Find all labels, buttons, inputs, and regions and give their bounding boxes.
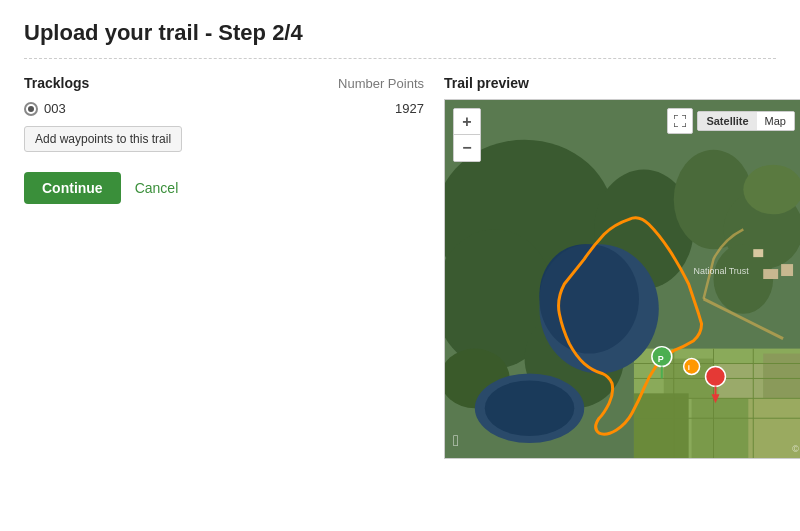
map-type-controls: Satellite Map [667, 108, 795, 134]
svg-point-37 [706, 367, 726, 387]
map-copyright: © [792, 444, 799, 454]
map-type-buttons: Satellite Map [697, 111, 795, 131]
tracklog-row: 003 1927 [24, 101, 424, 116]
zoom-in-button[interactable]: + [454, 109, 480, 135]
tracklogs-header: Tracklogs Number Points [24, 75, 424, 91]
map-container: National Trust P i + [444, 99, 800, 459]
tracklog-name: 003 [44, 101, 66, 116]
continue-button[interactable]: Continue [24, 172, 121, 204]
trail-preview-label: Trail preview [444, 75, 800, 91]
map-button[interactable]: Map [757, 112, 794, 130]
fullscreen-button[interactable] [667, 108, 693, 134]
svg-rect-31 [753, 249, 763, 257]
svg-rect-5 [634, 393, 689, 458]
zoom-out-button[interactable]: − [454, 135, 480, 161]
tracklogs-label: Tracklogs [24, 75, 89, 91]
map-svg: National Trust P i [445, 100, 800, 458]
left-panel: Tracklogs Number Points 003 1927 Add way… [24, 75, 424, 459]
svg-rect-4 [763, 354, 800, 399]
action-buttons: Continue Cancel [24, 172, 424, 204]
cancel-link[interactable]: Cancel [135, 180, 179, 196]
svg-point-28 [485, 380, 575, 436]
satellite-button[interactable]: Satellite [698, 112, 756, 130]
add-waypoints-button[interactable]: Add waypoints to this trail [24, 126, 182, 152]
svg-rect-30 [781, 264, 793, 276]
svg-text:i: i [688, 363, 690, 372]
zoom-controls: + − [453, 108, 481, 162]
number-points-label: Number Points [338, 76, 424, 91]
apple-logo:  [453, 432, 459, 450]
radio-input[interactable] [24, 102, 38, 116]
svg-rect-6 [692, 398, 752, 458]
svg-point-35 [684, 359, 700, 375]
page-title: Upload your trail - Step 2/4 [24, 20, 776, 46]
content-area: Tracklogs Number Points 003 1927 Add way… [24, 75, 776, 459]
svg-rect-29 [763, 269, 778, 279]
tracklog-name-area: 003 [24, 101, 66, 116]
divider [24, 58, 776, 59]
svg-text:P: P [658, 354, 664, 364]
svg-text:National Trust: National Trust [694, 266, 750, 276]
right-panel: Trail preview [444, 75, 800, 459]
fullscreen-icon [674, 115, 686, 127]
svg-point-26 [539, 244, 638, 353]
tracklog-points: 1927 [395, 101, 424, 116]
